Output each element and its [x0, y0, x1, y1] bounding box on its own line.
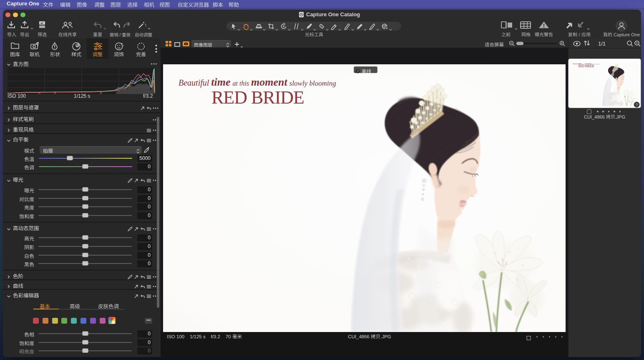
svg-text:?: ? — [357, 69, 358, 73]
svg-text:?: ? — [636, 102, 638, 107]
